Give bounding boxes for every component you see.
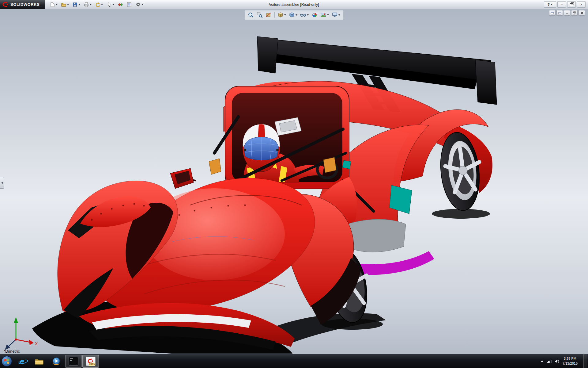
folder-icon <box>35 358 44 365</box>
document-window-controls <box>549 10 585 16</box>
dropdown-caret <box>141 4 143 5</box>
ie-orbit-ring <box>18 359 28 364</box>
restore-glyph <box>570 3 573 6</box>
network-icon[interactable] <box>547 359 552 363</box>
dropdown-caret <box>67 4 69 5</box>
edit-appearance-icon <box>311 12 318 18</box>
solidworks-logo: SOLIDWORKS <box>0 0 45 9</box>
next-window-button[interactable] <box>556 10 563 16</box>
restore-document-button[interactable] <box>571 10 578 16</box>
dropdown-caret <box>78 4 80 5</box>
window-controls: ? – × <box>544 1 588 8</box>
dropdown-caret <box>307 14 309 16</box>
minimize-glyph: – <box>561 2 563 7</box>
heads-up-view-toolbar <box>244 10 344 20</box>
zoom-to-fit-button[interactable] <box>247 11 255 19</box>
windows-taskbar: e 2015 <box>0 354 588 368</box>
hide-show-items-icon <box>300 12 306 18</box>
rebuild-icon <box>118 2 123 7</box>
view-orientation-button[interactable] <box>276 11 287 19</box>
solidworks-taskbar-icon: 2015 <box>86 357 96 366</box>
taskbar-item-media-player[interactable] <box>48 355 65 368</box>
dropdown-caret <box>327 14 329 16</box>
taskbar-item-command-prompt[interactable] <box>65 355 82 368</box>
print-button[interactable] <box>82 0 93 9</box>
open-icon <box>61 2 66 7</box>
file-properties-button[interactable] <box>125 0 133 9</box>
undo-icon <box>95 2 100 7</box>
previous-window-icon <box>551 12 554 14</box>
clock-time: 3:55 PM <box>563 356 578 361</box>
system-tray: 3:55 PM 7/13/2015 <box>541 354 588 368</box>
select-button[interactable] <box>105 0 115 9</box>
close-document-icon <box>580 12 583 14</box>
toolbar-separator <box>274 12 275 18</box>
dropdown-caret <box>90 4 92 5</box>
windows-start-icon <box>1 355 13 367</box>
feature-manager-collapse-tab[interactable] <box>0 177 4 189</box>
hide-show-items-button[interactable] <box>299 11 310 19</box>
dropdown-caret <box>338 14 340 16</box>
dropdown-caret <box>112 4 114 5</box>
display-style-button[interactable] <box>288 11 299 19</box>
close-document-button[interactable] <box>579 10 585 16</box>
dropdown-caret <box>101 4 103 5</box>
dropdown-caret <box>284 14 286 16</box>
new-document-button[interactable] <box>48 0 59 9</box>
minimize-button[interactable]: – <box>557 1 566 8</box>
help-button[interactable]: ? <box>544 1 556 8</box>
dropdown-caret <box>56 4 58 5</box>
media-player-icon <box>52 357 61 366</box>
options-icon <box>135 2 141 7</box>
minimize-document-button[interactable] <box>564 10 570 16</box>
options-button[interactable] <box>134 0 145 9</box>
close-button[interactable]: × <box>577 1 586 8</box>
view-settings-button[interactable] <box>330 11 341 19</box>
minimize-document-icon <box>566 12 569 14</box>
new-document-icon <box>50 2 55 7</box>
undo-button[interactable] <box>94 0 104 9</box>
apply-scene-button[interactable] <box>319 11 330 19</box>
zoom-to-area-icon <box>257 12 263 18</box>
internet-explorer-icon: e <box>20 358 24 365</box>
view-settings-icon <box>332 12 338 18</box>
model-scene: X <box>0 9 588 354</box>
previous-window-button[interactable] <box>549 10 556 16</box>
volume-icon[interactable] <box>555 359 560 363</box>
sidepod-gray-panel <box>346 219 406 252</box>
display-style-icon <box>289 12 295 18</box>
file-properties-icon <box>126 2 132 7</box>
command-prompt-icon <box>69 357 78 366</box>
solidworks-logo-icon <box>2 2 9 7</box>
section-view-button[interactable] <box>264 11 273 19</box>
solidworks-application: { "app": { "brand": "SOLIDWORKS", "title… <box>0 0 588 368</box>
open-button[interactable] <box>60 0 70 9</box>
start-button[interactable] <box>0 354 13 368</box>
brand-name: SOLIDWORKS <box>10 2 40 7</box>
edit-appearance-button[interactable] <box>310 11 319 19</box>
orientation-triad: X <box>5 317 38 350</box>
triad-x-label: X <box>35 341 38 346</box>
rebuild-button[interactable] <box>116 0 124 9</box>
next-window-icon <box>558 12 561 14</box>
show-desktop-button[interactable] <box>583 354 587 368</box>
quick-access-toolbar <box>45 0 145 9</box>
print-icon <box>84 2 89 7</box>
view-orientation-icon <box>277 12 284 18</box>
graphics-area[interactable]: X <box>0 9 588 354</box>
view-orientation-label: *Dimetric <box>4 349 20 354</box>
save-button[interactable] <box>71 0 81 9</box>
section-view-icon <box>266 12 272 18</box>
taskbar-item-solidworks[interactable]: 2015 <box>82 355 99 368</box>
taskbar-clock[interactable]: 3:55 PM 7/13/2015 <box>563 356 578 366</box>
taskbar-item-file-explorer[interactable] <box>31 355 47 368</box>
dropdown-caret <box>296 14 297 16</box>
tray-expand-icon[interactable] <box>541 360 544 362</box>
zoom-to-area-button[interactable] <box>255 11 264 19</box>
titlebar: SOLIDWORKS <box>0 0 588 9</box>
solidworks-year-badge: 2015 <box>89 363 95 366</box>
restore-button[interactable] <box>567 1 576 8</box>
taskbar-item-internet-explorer[interactable]: e <box>14 355 30 368</box>
select-icon <box>106 2 112 7</box>
save-icon <box>72 2 78 7</box>
